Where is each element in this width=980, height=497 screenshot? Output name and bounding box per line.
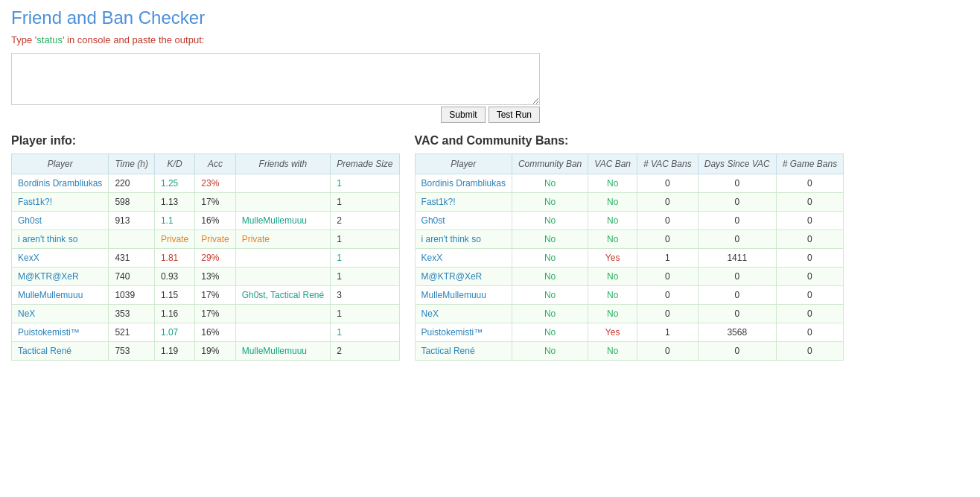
cell-vac-ban: No	[588, 212, 637, 230]
cell-kd: 1.13	[154, 193, 194, 212]
table-row: MulleMullemuuu 1039 1.15 17% Gh0st, Tact…	[12, 286, 400, 305]
cell-community-ban: No	[512, 342, 588, 361]
vac-info-header-row: Player Community Ban VAC Ban # VAC Bans …	[415, 154, 844, 174]
table-row: Puistokemisti™ No Yes 1 3568 0	[415, 323, 844, 342]
cell-player: M@KTR@XeR	[12, 268, 109, 286]
button-row: Submit Test Run	[11, 107, 540, 123]
table-row: KexX 431 1.81 29% 1	[12, 249, 400, 268]
cell-kd: 1.15	[154, 286, 194, 305]
cell-friends: MulleMullemuuu	[235, 342, 331, 361]
cell-kd: Private	[154, 230, 194, 249]
cell-time: 740	[109, 268, 155, 286]
cell-community-ban: No	[512, 323, 588, 342]
cell-time	[109, 230, 155, 249]
cell-player: MulleMullemuuu	[12, 286, 109, 305]
cell-game-bans: 0	[776, 286, 843, 305]
col-premade: Premade Size	[331, 154, 399, 174]
input-area: Submit Test Run	[11, 53, 969, 123]
cell-days-vac: 1411	[698, 249, 776, 268]
col-num-vac: # VAC Bans	[637, 154, 699, 174]
table-row: NeX No No 0 0 0	[415, 305, 844, 323]
cell-game-bans: 0	[776, 305, 843, 323]
table-row: Fast1k?! 598 1.13 17% 1	[12, 193, 400, 212]
cell-days-vac: 0	[698, 342, 776, 361]
cell-kd: 1.07	[154, 323, 194, 342]
cell-friends	[235, 249, 331, 268]
col-game-bans: # Game Bans	[776, 154, 843, 174]
cell-acc: Private	[195, 230, 235, 249]
cell-premade: 1	[331, 305, 399, 323]
cell-vac-player: Puistokemisti™	[415, 323, 512, 342]
cell-community-ban: No	[512, 249, 588, 268]
cell-num-vac: 0	[637, 174, 699, 193]
cell-friends	[235, 174, 331, 193]
cell-vac-ban: No	[588, 230, 637, 249]
cell-premade: 1	[331, 323, 399, 342]
cell-time: 753	[109, 342, 155, 361]
col-kd: K/D	[154, 154, 194, 174]
cell-vac-ban: No	[588, 286, 637, 305]
table-row: Fast1k?! No No 0 0 0	[415, 193, 844, 212]
cell-game-bans: 0	[776, 193, 843, 212]
cell-player: KexX	[12, 249, 109, 268]
cell-player: Fast1k?!	[12, 193, 109, 212]
cell-time: 431	[109, 249, 155, 268]
main-sections: Player info: Player Time (h) K/D Acc Fri…	[11, 134, 969, 361]
cell-vac-player: Tactical René	[415, 342, 512, 361]
cell-vac-player: Gh0st	[415, 212, 512, 230]
cell-vac-player: NeX	[415, 305, 512, 323]
cell-vac-ban: Yes	[588, 249, 637, 268]
status-input[interactable]	[11, 53, 540, 105]
cell-days-vac: 3568	[698, 323, 776, 342]
cell-acc: 17%	[195, 193, 235, 212]
table-row: Puistokemisti™ 521 1.07 16% 1	[12, 323, 400, 342]
cell-community-ban: No	[512, 268, 588, 286]
cell-time: 220	[109, 174, 155, 193]
cell-vac-player: i aren't think so	[415, 230, 512, 249]
cell-friends: Gh0st, Tactical René	[235, 286, 331, 305]
cell-friends: Private	[235, 230, 331, 249]
player-info-table: Player Time (h) K/D Acc Friends with Pre…	[11, 153, 400, 361]
cell-acc: 16%	[195, 212, 235, 230]
cell-premade: 2	[331, 212, 399, 230]
col-vac-player: Player	[415, 154, 512, 174]
cell-acc: 19%	[195, 342, 235, 361]
cell-num-vac: 0	[637, 212, 699, 230]
table-row: NeX 353 1.16 17% 1	[12, 305, 400, 323]
cell-kd: 1.25	[154, 174, 194, 193]
cell-premade: 1	[331, 249, 399, 268]
col-vac-ban: VAC Ban	[588, 154, 637, 174]
cell-vac-ban: Yes	[588, 323, 637, 342]
cell-player: i aren't think so	[12, 230, 109, 249]
cell-num-vac: 0	[637, 342, 699, 361]
cell-num-vac: 0	[637, 193, 699, 212]
table-row: i aren't think so Private Private Privat…	[12, 230, 400, 249]
table-row: Gh0st 913 1.1 16% MulleMullemuuu 2	[12, 212, 400, 230]
cell-acc: 16%	[195, 323, 235, 342]
cell-premade: 2	[331, 342, 399, 361]
col-time: Time (h)	[109, 154, 155, 174]
col-acc: Acc	[195, 154, 235, 174]
cell-vac-ban: No	[588, 268, 637, 286]
player-info-header-row: Player Time (h) K/D Acc Friends with Pre…	[12, 154, 400, 174]
cell-premade: 1	[331, 174, 399, 193]
cell-acc: 29%	[195, 249, 235, 268]
cell-game-bans: 0	[776, 268, 843, 286]
test-run-button[interactable]: Test Run	[489, 107, 540, 123]
table-row: Tactical René No No 0 0 0	[415, 342, 844, 361]
cell-game-bans: 0	[776, 342, 843, 361]
cell-time: 913	[109, 212, 155, 230]
cell-days-vac: 0	[698, 268, 776, 286]
cell-days-vac: 0	[698, 193, 776, 212]
cell-days-vac: 0	[698, 305, 776, 323]
cell-time: 1039	[109, 286, 155, 305]
cell-kd: 1.19	[154, 342, 194, 361]
table-row: Bordinis Drambliukas No No 0 0 0	[415, 174, 844, 193]
vac-info-section: VAC and Community Bans: Player Community…	[415, 134, 844, 361]
cell-game-bans: 0	[776, 323, 843, 342]
table-row: MulleMullemuuu No No 0 0 0	[415, 286, 844, 305]
submit-button[interactable]: Submit	[441, 107, 485, 123]
cell-acc: 13%	[195, 268, 235, 286]
cell-days-vac: 0	[698, 174, 776, 193]
cell-friends	[235, 305, 331, 323]
